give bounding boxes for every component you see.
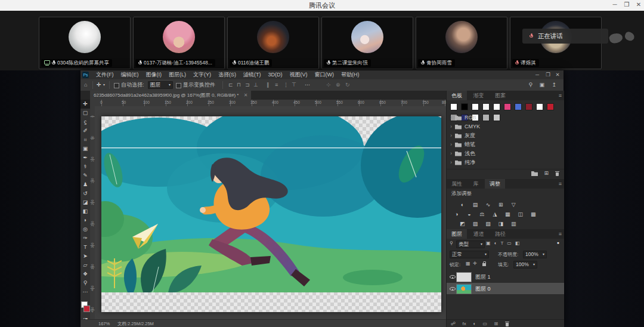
hue-saturation-icon[interactable]: ◑ [451,211,462,217]
new-group-icon[interactable] [531,171,538,176]
swatch[interactable] [493,103,500,110]
shape-tool[interactable]: ▱ [80,261,90,270]
swatch-group-rgb[interactable]: ›RGB [450,113,561,122]
gradient-map-icon[interactable]: ▧ [483,221,493,227]
layer-filter-icons[interactable]: ▣◐T▭◧ [486,240,523,246]
panel-menu-icon[interactable]: ≡ [559,91,562,100]
tab-channels[interactable]: 通道 [469,229,489,239]
tab-libraries[interactable]: 库 [469,179,484,189]
tab-adjustments[interactable]: 调整 [485,179,505,189]
ps-restore-button[interactable]: ❐ [543,70,553,79]
frame-tool[interactable]: ▣ [80,144,90,153]
distribute-v-icon[interactable]: ∥ [267,79,270,91]
swatch[interactable] [472,103,479,110]
document-tab[interactable]: 6235d86075da891a2e462a38959f00.jpg @ 167… [90,91,251,100]
swatch[interactable] [515,103,522,110]
open-document[interactable] [101,116,441,312]
swatch-group-light[interactable]: ›浅色 [450,149,561,158]
participant-tile-4[interactable]: 第二课堂朱向强 [321,17,413,69]
trash-icon[interactable] [555,171,559,176]
fill-dropdown[interactable]: 100%▾ [513,261,537,269]
threshold-icon[interactable]: ▨ [470,221,480,227]
filter-pin-icon[interactable]: ● [557,240,559,245]
tab-paths[interactable]: 路径 [490,229,510,239]
vibrance-icon[interactable]: ▽ [509,202,519,208]
minimize-button[interactable]: ─ [609,1,620,8]
hand-tool[interactable]: ❖ [80,270,90,279]
lock-all-icon[interactable] [482,263,486,266]
home-icon[interactable]: ⌂ [84,79,87,91]
invert-icon[interactable]: ▩ [528,211,538,217]
edit-toolbar-icon[interactable]: ⋯ [80,288,90,297]
background-color[interactable] [83,306,90,312]
selective-color-icon[interactable]: ◨ [496,221,506,227]
3d-rotate-icon[interactable]: ⊕ [336,79,340,91]
swatch[interactable] [450,103,457,110]
align-center-icon[interactable]: ⊓ [237,79,241,91]
tab-patterns[interactable]: 图案 [490,91,510,100]
move-tool[interactable]: ✛ [80,100,90,109]
curves-icon[interactable]: ∿ [483,202,493,208]
quick-selection-tool[interactable]: ✐ [80,127,90,135]
brush-tool[interactable]: ✎ [80,171,90,180]
levels-icon[interactable]: ▤ [470,202,480,208]
crop-tool[interactable]: ⌗ [80,135,90,144]
clone-stamp-tool[interactable]: ♟ [80,180,90,189]
menu-file[interactable]: 文件(F) [92,70,117,79]
layer-kind-dropdown[interactable]: 类型▾ [456,240,485,248]
lut-icon[interactable]: ▥ [509,221,519,227]
menu-3d[interactable]: 3D(D) [265,70,286,79]
photo-filter-icon[interactable]: ◮ [490,211,500,217]
align-bottom-icon[interactable]: ⊥ [253,79,258,91]
layer-row-1[interactable]: 图层 1 [447,271,564,282]
align-left-icon[interactable]: ⊏ [228,79,233,91]
swatch[interactable] [525,103,532,110]
menu-view[interactable]: 视图(V) [286,70,311,79]
eraser-tool[interactable]: ◪ [80,198,90,207]
layer-name[interactable]: 图层 0 [475,285,491,293]
participant-tile-1[interactable]: 0304陈欣屿的屏幕共享 [39,17,131,69]
color-wells[interactable] [81,301,89,313]
menu-window[interactable]: 窗口(W) [311,70,338,79]
new-swatch-icon[interactable]: ⊞ [544,170,549,176]
pen-tool[interactable]: ✑ [80,234,90,243]
menu-image[interactable]: 图像(I) [143,70,166,79]
participant-tile-3[interactable]: 0116油储王鹏 [227,17,319,69]
marquee-tool[interactable]: ▢ [80,109,90,118]
participant-tile-2[interactable]: 0137-万璐楠-油工-13945548... [133,17,225,69]
tool-preset-arrow[interactable]: ▾ [103,79,105,91]
close-button[interactable]: ✕ [633,1,644,8]
new-layer-icon[interactable]: ⊞ [494,321,499,326]
blend-mode-dropdown[interactable]: 正常▾ [450,251,489,258]
menu-help[interactable]: 帮助(H) [338,70,363,79]
exposure-icon[interactable]: ⊞ [496,202,506,208]
swatch[interactable] [504,103,511,110]
3d-orbit-icon[interactable]: ↻ [345,79,350,91]
opacity-dropdown[interactable]: 100%▾ [523,251,547,258]
color-balance-icon[interactable]: ◒ [464,211,474,217]
layer-effects-icon[interactable]: fx [463,321,466,326]
black-white-icon[interactable]: ⚖ [477,211,487,217]
3d-axis-icon[interactable]: ⊹ [326,79,331,91]
visibility-eye-icon[interactable] [450,286,455,291]
layer-thumbnail[interactable] [456,284,472,294]
swatch[interactable] [461,103,468,110]
swatch[interactable] [482,103,490,110]
brightness-contrast-icon[interactable]: ◐ [457,202,467,208]
menu-type[interactable]: 文字(Y) [190,70,215,79]
panel-menu-icon[interactable]: ≡ [559,179,562,189]
menu-edit[interactable]: 编辑(E) [117,70,143,79]
visibility-eye-icon[interactable] [450,274,455,279]
auto-select-checkbox[interactable] [114,83,119,88]
swatch-group-gray[interactable]: ›灰度 [450,131,561,140]
lock-transparency-icon[interactable]: ▦ [466,261,470,266]
align-right-icon[interactable]: ⊐ [245,79,250,91]
distribute-spacing-icon[interactable]: ⋮ [283,79,289,91]
tab-layers[interactable]: 图层 [447,229,467,239]
healing-brush-tool[interactable]: ⚕ [80,162,90,171]
tab-swatches[interactable]: 色板 [447,91,467,100]
history-brush-tool[interactable]: ↺ [80,189,90,198]
menu-filter[interactable]: 滤镜(T) [240,70,265,79]
new-adjustment-icon[interactable]: ▭ [483,321,488,326]
layer-name[interactable]: 图层 1 [475,273,491,281]
